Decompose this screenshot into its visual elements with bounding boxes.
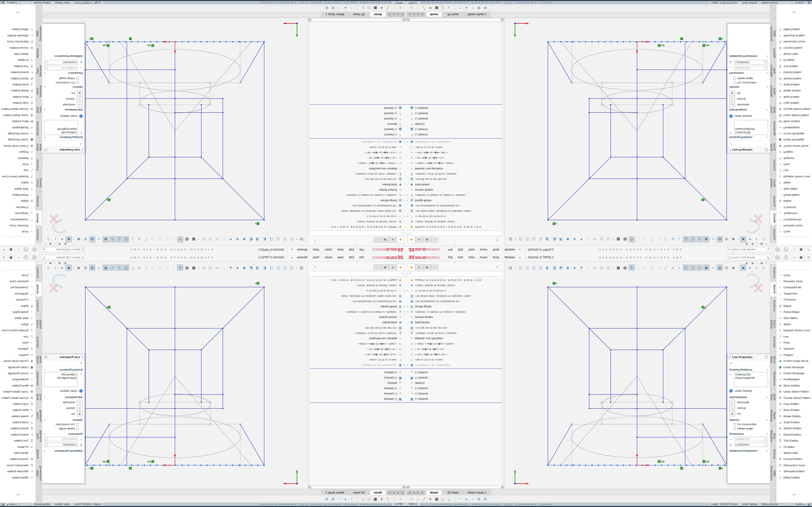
command-manager-tab[interactable]: ⋮ <box>36 5 42 13</box>
toolbar-icon[interactable]: ◇ <box>45 236 51 242</box>
sketch-tool-item[interactable]: ╱ Line <box>776 168 812 174</box>
menu-item[interactable]: Insert <box>477 253 490 261</box>
tree-row[interactable]: ◆ TЯPDL2. ◎ Э ◎ Ш ◎ ◎ ◎ + ◎ Ж ◎ Э ◎ ∙ ◎ … <box>308 225 406 230</box>
menu-item[interactable]: Insert <box>322 246 335 253</box>
sketch-tool-item[interactable]: ◇ Polygon <box>0 352 36 358</box>
toolbar-icon[interactable]: ▨ <box>184 265 190 271</box>
toolbar-icon[interactable]: ◳ <box>289 265 295 271</box>
toolbar-icon[interactable]: ◉ <box>730 236 737 242</box>
collapse-icon[interactable]: ∧ <box>44 369 46 371</box>
checkbox[interactable] <box>76 423 79 426</box>
toolbar-icon[interactable]: ◲ <box>268 265 274 271</box>
sketch-tool-item[interactable]: ↗ Move Entities <box>0 94 36 100</box>
sketch-tool-item[interactable]: ○ Circle <box>776 229 812 235</box>
toolbar-icon[interactable]: ◵ <box>201 236 207 242</box>
command-manager-tab[interactable]: ⋮ <box>36 14 42 22</box>
command-manager-tab[interactable]: Markup <box>36 45 42 60</box>
restore-button[interactable]: ▣ <box>798 253 805 261</box>
sketch-tool-item[interactable]: ∿ Fit Spline <box>776 57 812 63</box>
bottom-toolbar-icon[interactable]: ≡ <box>427 6 434 10</box>
menu-item[interactable]: File <box>445 253 455 261</box>
command-manager-tab[interactable]: Markup <box>36 447 42 462</box>
custom-view-selector[interactable]: Custom ▴ <box>5 1 19 4</box>
section-additional-parameters[interactable]: Additional Parameters ∨ <box>42 54 85 59</box>
toolbar-icon[interactable]: ⊥ <box>170 236 176 242</box>
spinner-control[interactable]: ▴▾ <box>44 60 47 64</box>
bottom-toolbar-icon[interactable]: ╱ <box>385 497 391 501</box>
command-manager-tab[interactable]: Sketch <box>36 211 42 225</box>
toolbar-icon[interactable]: ◺ <box>164 236 170 242</box>
add-relation-button[interactable]: ⊗ Fix <box>42 90 85 96</box>
relation-button-icon[interactable]: | <box>729 406 735 410</box>
toolbar-icon[interactable]: ◿ <box>150 265 156 271</box>
relation-item[interactable]: Equal length109 <box>735 376 767 380</box>
sketch-tool-item[interactable]: ◜ 3 Point Arc <box>776 204 812 210</box>
tree-row[interactable]: ◗ Surface Bodies <box>406 314 504 320</box>
relation-button-icon[interactable]: — <box>77 400 83 405</box>
feature-manager-tab[interactable]: ⊕ <box>423 237 430 243</box>
sketch-tool-item[interactable]: ▱ Parallelogram <box>776 376 812 382</box>
search-input[interactable]: ◫ Search CAD Models ▾ <box>727 247 773 252</box>
section-additional-parameters[interactable]: Additional Parameters ∨ <box>727 448 770 453</box>
toolbar-icon[interactable]: ∿ <box>697 236 703 242</box>
tree-row[interactable]: Σ ○2SИN◎◦+АU³E○◎○E³UА+◦◎NИS2○ <box>406 330 504 336</box>
tree-row[interactable]: ▧ ○2S∙UЖ∙АM○◎○MА∙ЖU∙S2○ <box>308 177 406 182</box>
toolbar-icon[interactable]: ▾ <box>197 265 200 271</box>
toolbar-icon[interactable]: ▨ <box>622 236 628 242</box>
command-manager-tab[interactable]: Mesh Modeling <box>770 406 776 426</box>
command-manager-tab[interactable]: ⋮ <box>770 494 776 502</box>
tree-row[interactable]: ▥ ○2S+3E2S○ИN◎◦+ЖЭ3E2S○◎○S2E3ЭЖ+◦◎NИ○ <box>406 209 504 214</box>
expand-arrow-icon[interactable]: ▸ <box>402 311 406 313</box>
panel-splitter-handle[interactable]: ● <box>406 243 504 245</box>
toolbar-icon[interactable]: ⊥ <box>636 236 642 242</box>
toolbar-icon[interactable]: ◺ <box>164 265 170 271</box>
bottom-toolbar-icon[interactable]: ╱ <box>421 497 427 501</box>
toolbar-icon[interactable]: ▾ <box>295 265 298 271</box>
bottom-toolbar-icon[interactable]: ▦ <box>372 497 378 501</box>
command-manager-tab[interactable]: Data Migration <box>36 427 42 446</box>
sketch-tool-item[interactable]: ╳ Trim Entities <box>0 63 36 69</box>
tree-row[interactable]: ★ ○2S3E+∙◎WАФ○◎○ФАW◎∙+E3S2○ <box>308 282 406 288</box>
doc-window-control-icon[interactable]: × <box>766 243 767 245</box>
sketch-row[interactable]: └ (-) Sketch4 <box>406 391 504 396</box>
command-manager-tab[interactable]: Sheet Metal <box>770 351 776 368</box>
sketch-tool-item[interactable]: ≈ Style Spline <box>0 315 36 321</box>
checkbox[interactable] <box>76 77 79 80</box>
help-icon[interactable]: ? <box>784 248 788 252</box>
toolbar-icon[interactable]: ⊿ <box>137 265 143 271</box>
sketch-tool-item[interactable]: ◈ 3 Point Center Recta... <box>776 143 812 149</box>
tree-row[interactable]: ∟ ○ИN◦Э◦∙◎○◎○◎∙◦Э◦NИ○ <box>406 145 504 150</box>
menu-item[interactable]: Insert <box>477 246 490 253</box>
bottom-toolbar-icon[interactable]: ◔ <box>457 497 463 501</box>
sketch-tool-item[interactable]: ▭ Corner Rectangle <box>776 370 812 376</box>
bottom-toolbar-icon[interactable]: ≡ <box>378 497 385 501</box>
tree-splitter[interactable] <box>406 138 504 139</box>
toolbar-icon[interactable]: ◉ <box>730 265 737 271</box>
pin-icon[interactable]: ▸ <box>520 248 521 251</box>
toolbar-icon[interactable]: ╳ <box>157 265 163 271</box>
toolbar-icon[interactable]: ◧ <box>545 236 551 242</box>
sketch-tool-item[interactable]: ↗ Move Entities <box>0 407 36 413</box>
command-manager-tab[interactable]: Markup <box>770 45 776 60</box>
sketch-tool-item[interactable]: ⇄ Stretch Entities <box>776 426 812 432</box>
toolbar-icon[interactable]: ◉ <box>75 236 82 242</box>
tree-filter-input[interactable]: ▽ <box>408 231 503 236</box>
sketch-tool-item[interactable]: ○ Circle <box>0 229 36 235</box>
toolbar-icon[interactable]: ◆ <box>241 236 247 242</box>
tree-splitter[interactable] <box>308 138 406 139</box>
feature-manager-tab[interactable]: ◆ <box>408 264 415 270</box>
relation-button-icon[interactable]: — <box>729 400 735 405</box>
sketch-row[interactable]: └ (-) Sketch5 <box>406 116 504 121</box>
relation-button-icon[interactable]: ⊗ <box>77 411 83 416</box>
sketch-tool-item[interactable]: ◔ Partial Ellipse <box>0 192 36 198</box>
sketch-row[interactable]: ▦ (-) Sketch6 <box>406 106 504 111</box>
doc-window-control-icon[interactable]: ▣ <box>761 262 763 264</box>
tree-row[interactable]: ▸ ▤ Design Binder <box>406 198 504 203</box>
toolbar-icon[interactable]: ◿ <box>150 236 156 242</box>
tree-row[interactable]: ▸ ◔ ○Λ∙◎+2S◦Э○◎○Э◦S2+◎∙Λ○ <box>308 288 406 293</box>
search-input[interactable]: ◫ Search CAD Models ▾ <box>727 255 773 260</box>
command-manager-tab[interactable]: Data Migration <box>770 61 776 80</box>
sketch-tool-item[interactable]: ⋂ Intersection Curve <box>0 462 36 468</box>
bottom-toolbar-icon[interactable]: ╱ <box>385 6 391 10</box>
command-manager-tab[interactable]: Surfaces <box>770 193 776 210</box>
